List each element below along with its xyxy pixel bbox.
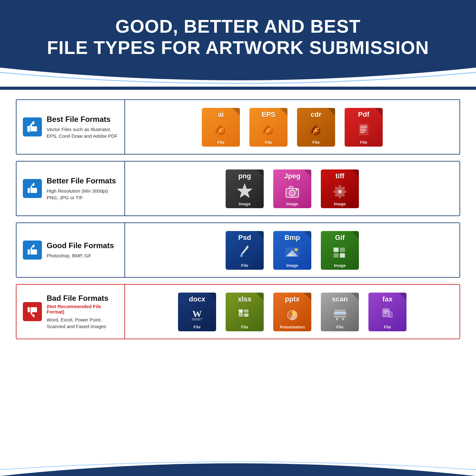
good-icons-section: Psd File Bmp — [124, 223, 459, 277]
svg-rect-12 — [360, 130, 367, 131]
best-label-text: Best File Formats Vector Files such as I… — [47, 115, 118, 139]
flower-icon — [330, 183, 349, 199]
better-label-text: Better File Formats High Resolution (Min… — [47, 176, 118, 201]
bad-thumb-icon — [23, 302, 42, 321]
fax-file-icon: fax File — [367, 289, 408, 334]
mountain-icon — [283, 244, 302, 260]
header: GOOD, BETTER AND BEST FILE TYPES FOR ART… — [0, 0, 476, 68]
ai-file-icon: ai File — [200, 105, 241, 149]
svg-rect-9 — [360, 126, 367, 127]
camera-icon — [283, 183, 302, 199]
word-icon: W — [188, 306, 206, 321]
svg-rect-49 — [244, 314, 248, 317]
best-icons-section: ai File — [124, 100, 459, 154]
paintbrush-icon — [235, 244, 254, 260]
svg-rect-1 — [28, 126, 30, 131]
svg-point-37 — [294, 248, 298, 251]
eps-pen-icon — [259, 121, 278, 137]
svg-point-32 — [240, 255, 243, 257]
better-row: Better File Formats High Resolution (Min… — [16, 161, 460, 216]
pdf-doc-icon — [354, 121, 373, 137]
good-row: Good File Formats Photoshop, BMP, Gif Ps… — [16, 222, 460, 278]
svg-rect-31 — [28, 249, 30, 255]
good-desc: Photoshop, BMP, Gif — [47, 252, 118, 259]
svg-rect-47 — [244, 309, 248, 313]
svg-point-20 — [296, 189, 298, 190]
pen-tool-icon — [211, 121, 230, 137]
png-star-icon — [235, 182, 255, 199]
bad-subtitle: (Not Recommended File Format) — [47, 304, 118, 314]
best-label-section: Best File Formats Vector Files such as I… — [17, 100, 124, 154]
jpeg-file-icon: Jpeg Image — [272, 166, 313, 211]
good-label-section: Good File Formats Photoshop, BMP, Gif — [17, 223, 124, 277]
svg-rect-11 — [360, 129, 366, 130]
main-container: GOOD, BETTER AND BEST FILE TYPES FOR ART… — [0, 0, 476, 476]
scanner-icon — [331, 306, 349, 321]
svg-rect-40 — [334, 253, 339, 258]
svg-rect-14 — [28, 188, 30, 193]
bad-icons-section: docx W File xlsx — [124, 285, 459, 339]
svg-rect-38 — [334, 248, 339, 252]
bottom-swoosh — [0, 451, 476, 476]
svg-rect-42 — [28, 307, 30, 312]
scan-file-icon: scan File — [319, 289, 360, 334]
better-title: Better File Formats — [47, 176, 118, 186]
svg-rect-59 — [384, 310, 388, 311]
svg-rect-13 — [360, 132, 365, 133]
bad-title: Bad File Formats — [47, 294, 118, 303]
cdr-pen-icon — [307, 121, 326, 137]
thumbs-up-icon-overlay — [25, 120, 39, 134]
svg-marker-15 — [237, 183, 252, 198]
better-desc: High Resolution (Min 300dpi)PNG, JPG or … — [47, 188, 118, 201]
eps-file-icon: EPS File — [248, 105, 289, 149]
better-label-section: Better File Formats High Resolution (Min… — [17, 162, 124, 215]
svg-point-7 — [315, 129, 317, 132]
header-title: GOOD, BETTER AND BEST FILE TYPES FOR ART… — [19, 16, 457, 58]
fax-icon — [379, 306, 396, 321]
good-title: Good File Formats — [47, 241, 118, 250]
svg-rect-45 — [192, 320, 201, 321]
svg-rect-53 — [334, 309, 346, 312]
svg-rect-33 — [247, 246, 248, 248]
best-desc: Vector Files such as Illustrator,EPS, Co… — [47, 126, 118, 139]
best-row: Best File Formats Vector Files such as I… — [16, 99, 460, 155]
svg-point-5 — [267, 129, 270, 132]
png-file-icon: png Image — [224, 166, 265, 211]
thumbs-up-icon-2 — [25, 182, 39, 195]
best-thumb-icon — [23, 117, 42, 136]
svg-rect-54 — [334, 316, 346, 317]
good-label-text: Good File Formats Photoshop, BMP, Gif — [47, 241, 118, 259]
pdf-file-icon: Pdf File — [343, 105, 384, 149]
pptx-file-icon: pptx Presentation — [272, 289, 313, 334]
content-area: Best File Formats Vector Files such as I… — [0, 90, 476, 451]
svg-text:X: X — [238, 308, 243, 315]
good-thumb-icon — [23, 241, 42, 260]
svg-rect-19 — [289, 186, 293, 188]
tiff-file-icon: tiff — [319, 166, 360, 211]
gif-file-icon: Gif Image — [319, 228, 360, 272]
svg-point-3 — [220, 129, 222, 132]
svg-rect-39 — [340, 248, 345, 252]
xlsx-file-icon: xlsx X File — [224, 289, 265, 334]
svg-rect-10 — [360, 127, 367, 128]
bad-row: Bad File Formats (Not Recommended File F… — [16, 284, 460, 339]
svg-point-30 — [338, 190, 341, 193]
better-icons-section: png Image Jpeg — [124, 162, 459, 215]
docx-file-icon: docx W File — [176, 289, 218, 334]
svg-rect-56 — [342, 318, 344, 320]
svg-rect-61 — [384, 313, 387, 313]
top-swoosh — [0, 68, 476, 87]
svg-rect-44 — [192, 318, 203, 319]
psd-file-icon: Psd File — [224, 228, 265, 272]
svg-rect-41 — [340, 253, 345, 258]
grid-icon — [330, 244, 349, 260]
thumbs-down-icon — [25, 305, 39, 319]
svg-rect-60 — [384, 311, 388, 312]
excel-icon: X — [236, 306, 254, 321]
bad-label-text: Bad File Formats (Not Recommended File F… — [47, 294, 118, 330]
best-title: Best File Formats — [47, 115, 118, 124]
bad-desc: Word, Excel, Power Point,Scanned and Fax… — [47, 316, 118, 330]
svg-point-18 — [291, 191, 294, 195]
bad-label-section: Bad File Formats (Not Recommended File F… — [17, 285, 124, 339]
bmp-file-icon: Bmp Image — [272, 228, 313, 272]
